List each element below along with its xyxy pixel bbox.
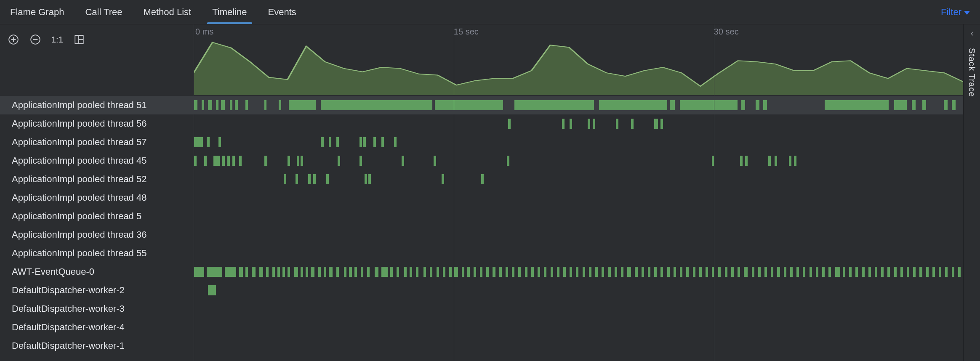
activity-segment[interactable] <box>239 156 242 166</box>
activity-segment[interactable] <box>321 137 323 147</box>
activity-segment[interactable] <box>354 267 357 277</box>
activity-segment[interactable] <box>945 267 948 277</box>
thread-lane[interactable] <box>194 96 963 114</box>
activity-segment[interactable] <box>434 156 436 166</box>
activity-segment[interactable] <box>660 119 663 129</box>
activity-segment[interactable] <box>868 267 871 277</box>
thread-lane[interactable] <box>194 226 963 244</box>
tab-timeline[interactable]: Timeline <box>212 0 247 24</box>
activity-segment[interactable] <box>822 267 825 277</box>
activity-segment[interactable] <box>680 267 682 277</box>
zoom-out-button[interactable] <box>29 34 41 45</box>
activity-segment[interactable] <box>493 267 495 277</box>
thread-lane[interactable] <box>194 244 963 263</box>
activity-segment[interactable] <box>686 267 689 277</box>
activity-segment[interactable] <box>486 267 489 277</box>
activity-segment[interactable] <box>204 156 207 166</box>
activity-segment[interactable] <box>394 137 397 147</box>
activity-segment[interactable] <box>514 100 594 110</box>
activity-segment[interactable] <box>365 174 367 184</box>
thread-row[interactable]: DefaultDispatcher-worker-3 <box>0 300 963 318</box>
thread-lane[interactable] <box>194 281 963 300</box>
activity-segment[interactable] <box>608 267 611 277</box>
activity-segment[interactable] <box>849 267 852 277</box>
activity-segment[interactable] <box>615 267 617 277</box>
activity-segment[interactable] <box>363 137 366 147</box>
activity-segment[interactable] <box>803 267 805 277</box>
activity-segment[interactable] <box>894 267 897 277</box>
tab-flame-graph[interactable]: Flame Graph <box>10 0 64 24</box>
thread-row[interactable]: ApplicationImpl pooled thread 55 <box>0 244 963 263</box>
activity-segment[interactable] <box>740 156 743 166</box>
layout-button[interactable] <box>73 34 85 45</box>
activity-segment[interactable] <box>544 267 546 277</box>
activity-segment[interactable] <box>279 100 281 110</box>
activity-segment[interactable] <box>763 100 767 110</box>
activity-segment[interactable] <box>775 156 777 166</box>
activity-segment[interactable] <box>194 156 197 166</box>
activity-segment[interactable] <box>835 267 840 277</box>
activity-segment[interactable] <box>423 267 426 277</box>
tab-call-tree[interactable]: Call Tree <box>85 0 122 24</box>
activity-segment[interactable] <box>336 267 339 277</box>
thread-lane[interactable] <box>194 188 963 207</box>
activity-segment[interactable] <box>207 137 209 147</box>
activity-segment[interactable] <box>344 267 346 277</box>
activity-segment[interactable] <box>667 267 670 277</box>
activity-segment[interactable] <box>232 156 235 166</box>
thread-row[interactable]: ApplicationImpl pooled thread 48 <box>0 188 963 207</box>
thread-row[interactable]: ApplicationImpl pooled thread 56 <box>0 114 963 133</box>
activity-segment[interactable] <box>338 156 340 166</box>
activity-segment[interactable] <box>912 100 916 110</box>
activity-segment[interactable] <box>272 267 275 277</box>
activity-segment[interactable] <box>194 137 203 147</box>
activity-segment[interactable] <box>654 267 657 277</box>
activity-segment[interactable] <box>449 267 452 277</box>
activity-segment[interactable] <box>282 267 285 277</box>
activity-segment[interactable] <box>296 174 298 184</box>
activity-segment[interactable] <box>349 267 352 277</box>
activity-segment[interactable] <box>654 119 658 129</box>
activity-segment[interactable] <box>926 267 929 277</box>
activity-segment[interactable] <box>381 267 388 277</box>
activity-segment[interactable] <box>635 267 637 277</box>
activity-segment[interactable] <box>900 267 903 277</box>
activity-segment[interactable] <box>913 267 916 277</box>
activity-segment[interactable] <box>277 267 280 277</box>
activity-segment[interactable] <box>881 267 884 277</box>
activity-segment[interactable] <box>410 267 412 277</box>
activity-segment[interactable] <box>301 267 303 277</box>
activity-segment[interactable] <box>744 267 748 277</box>
activity-segment[interactable] <box>922 100 926 110</box>
activity-segment[interactable] <box>825 100 889 110</box>
activity-segment[interactable] <box>402 156 404 166</box>
activity-segment[interactable] <box>397 267 399 277</box>
activity-segment[interactable] <box>194 267 204 277</box>
activity-segment[interactable] <box>887 267 890 277</box>
activity-segment[interactable] <box>297 156 299 166</box>
activity-segment[interactable] <box>512 267 514 277</box>
thread-lane[interactable] <box>194 133 963 151</box>
activity-segment[interactable] <box>944 100 948 110</box>
activity-segment[interactable] <box>589 267 591 277</box>
stack-trace-label[interactable]: Stack Trace <box>967 48 977 97</box>
thread-row[interactable]: ApplicationImpl pooled thread 57 <box>0 133 963 151</box>
activity-segment[interactable] <box>627 267 631 277</box>
thread-lane[interactable] <box>194 318 963 337</box>
tab-events[interactable]: Events <box>268 0 296 24</box>
activity-segment[interactable] <box>213 156 220 166</box>
activity-segment[interactable] <box>381 137 384 147</box>
activity-segment[interactable] <box>507 156 509 166</box>
filter-button[interactable]: Filter <box>941 7 970 18</box>
activity-segment[interactable] <box>576 267 578 277</box>
thread-row[interactable]: DefaultDispatcher-worker-4 <box>0 318 963 337</box>
activity-segment[interactable] <box>225 267 236 277</box>
activity-segment[interactable] <box>454 267 458 277</box>
activity-segment[interactable] <box>202 100 204 110</box>
activity-segment[interactable] <box>506 267 508 277</box>
activity-segment[interactable] <box>741 100 745 110</box>
thread-row[interactable]: DefaultDispatcher-worker-2 <box>0 281 963 300</box>
activity-segment[interactable] <box>531 267 534 277</box>
activity-segment[interactable] <box>239 267 243 277</box>
activity-segment[interactable] <box>794 156 796 166</box>
